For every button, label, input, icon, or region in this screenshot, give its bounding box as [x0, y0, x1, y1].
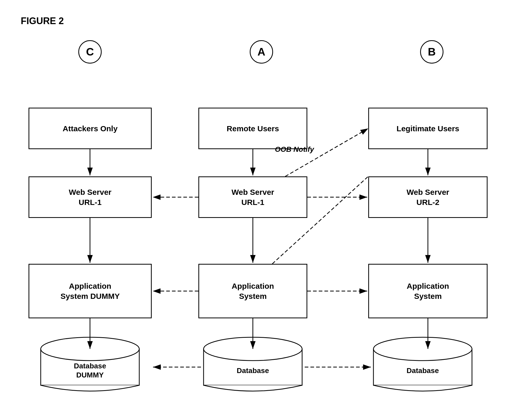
web-server-url1-a-box: Web ServerURL-1 — [198, 176, 307, 218]
legitimate-users-box: Legitimate Users — [368, 108, 488, 149]
circle-c: C — [78, 40, 102, 64]
svg-point-1 — [41, 337, 139, 361]
db-dummy-cylinder: Database DUMMY — [38, 335, 142, 394]
svg-point-8 — [373, 337, 472, 361]
db-a-cylinder: Database — [201, 335, 305, 394]
web-server-url1-c-box: Web ServerURL-1 — [29, 176, 152, 218]
svg-text:Database: Database — [74, 362, 106, 370]
svg-text:Database: Database — [237, 367, 269, 375]
svg-text:Database: Database — [407, 367, 439, 375]
app-system-dummy-box: ApplicationSystem DUMMY — [29, 264, 152, 318]
attackers-only-box: Attackers Only — [29, 108, 152, 149]
app-system-b-box: ApplicationSystem — [368, 264, 488, 318]
db-b-cylinder: Database — [371, 335, 475, 394]
remote-users-box: Remote Users — [198, 108, 307, 149]
app-system-a-box: ApplicationSystem — [198, 264, 307, 318]
figure-title: FIGURE 2 — [21, 16, 64, 26]
circle-b: B — [420, 40, 443, 64]
web-server-url2-b-box: Web ServerURL-2 — [368, 176, 488, 218]
svg-text:DUMMY: DUMMY — [76, 371, 104, 379]
oob-notify-label: OOB Notify — [275, 145, 314, 154]
circle-a: A — [250, 40, 273, 64]
svg-point-5 — [204, 337, 302, 361]
